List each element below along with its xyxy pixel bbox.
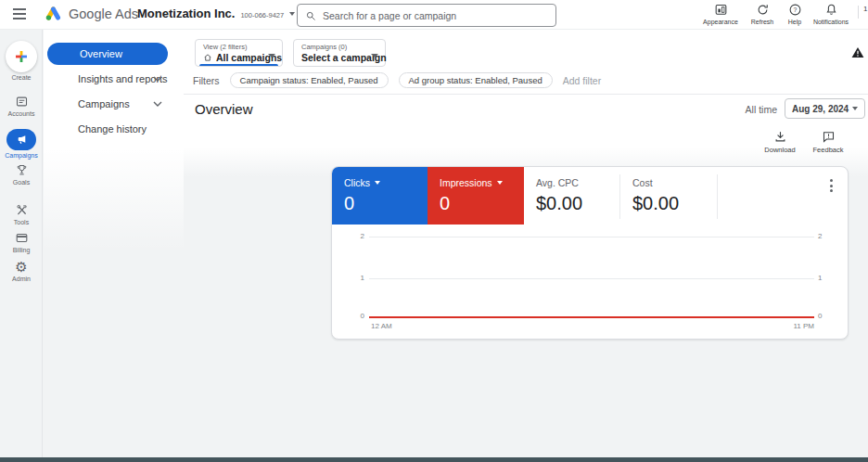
date-range-label: All time xyxy=(723,104,777,115)
chevron-down-icon[interactable] xyxy=(153,101,162,107)
goals-trophy-icon xyxy=(15,163,29,177)
rail-item-tools[interactable]: Tools xyxy=(0,203,43,225)
account-switcher[interactable]: Monetization Inc. 100-066-9427 xyxy=(137,6,295,20)
rail-admin-label: Admin xyxy=(0,276,43,282)
filters-label: Filters xyxy=(193,75,220,86)
x-axis-tick-start: 12 AM xyxy=(371,322,392,330)
filter-chip-adgroup-status[interactable]: Ad group status: Enabled, Paused xyxy=(399,72,553,88)
feedback-button[interactable]: Feedback xyxy=(805,130,851,154)
search-input[interactable] xyxy=(323,10,548,21)
search-icon xyxy=(305,10,316,21)
y-axis-tick: 2 xyxy=(351,232,364,240)
header-divider xyxy=(184,94,868,95)
kebab-menu-icon[interactable] xyxy=(826,179,836,194)
rail-item-accounts[interactable]: Accounts xyxy=(0,95,43,117)
appearance-button[interactable]: Appearance xyxy=(700,3,741,25)
help-button[interactable]: ? Help xyxy=(774,3,815,25)
campaigns-megaphone-icon xyxy=(6,129,36,150)
google-ads-app: Google Ads Monetization Inc. 100-066-942… xyxy=(0,0,868,462)
nav-item-change-history[interactable]: Change history xyxy=(78,123,180,138)
nav-item-campaigns[interactable]: Campaigns xyxy=(78,98,180,113)
filters-row: Filters Campaign status: Enabled, Paused… xyxy=(193,72,601,88)
avg-cpc-label: Avg. CPC xyxy=(536,177,579,188)
gridline xyxy=(369,237,814,237)
nav-item-overview[interactable]: Overview xyxy=(47,43,168,65)
campaign-selector-label: Campaigns (0) xyxy=(301,43,347,51)
date-range-selector[interactable]: Aug 29, 2024 xyxy=(785,98,865,119)
rail-item-billing[interactable]: Billing xyxy=(0,231,43,253)
rail-item-campaigns[interactable]: Campaigns xyxy=(0,129,43,159)
window-bottom-edge xyxy=(0,457,868,462)
chevron-down-icon xyxy=(371,54,378,58)
y-axis-tick: 1 xyxy=(818,274,832,282)
notifications-label: Notifications xyxy=(811,19,851,25)
google-ads-logo-icon xyxy=(43,5,63,22)
notifications-bell-icon xyxy=(811,3,851,17)
y-axis-tick: 0 xyxy=(351,312,364,320)
product-name: Google Ads xyxy=(69,6,138,21)
top-bar: Google Ads Monetization Inc. 100-066-942… xyxy=(0,0,868,30)
tile-divider xyxy=(717,174,718,219)
download-label: Download xyxy=(757,146,803,154)
impressions-label: Impressions xyxy=(440,177,492,188)
clipped-edge-text: 1 xyxy=(863,5,867,13)
chevron-down-icon xyxy=(289,12,295,16)
metric-tile-impressions[interactable]: Impressions 0 xyxy=(428,167,524,225)
metric-tile-clicks[interactable]: Clicks 0 xyxy=(332,167,428,225)
y-axis-tick: 2 xyxy=(818,232,832,240)
account-name: Monetization Inc. xyxy=(137,6,235,20)
download-icon xyxy=(773,130,787,144)
y-axis-tick: 1 xyxy=(351,274,364,282)
metric-tile-avg-cpc[interactable]: Avg. CPC $0.00 xyxy=(524,167,620,225)
global-search[interactable] xyxy=(297,4,556,27)
topbar-divider xyxy=(858,6,859,19)
feedback-icon xyxy=(822,130,836,144)
rail-item-admin[interactable]: ⚙ Admin xyxy=(0,261,43,282)
billing-card-icon xyxy=(15,231,29,245)
rail-accounts-label: Accounts xyxy=(0,110,43,117)
alert-icon[interactable] xyxy=(851,46,864,58)
svg-text:?: ? xyxy=(793,6,797,13)
avg-cpc-value: $0.00 xyxy=(536,193,582,214)
help-label: Help xyxy=(774,19,815,25)
chevron-down-icon xyxy=(497,181,503,185)
admin-gear-icon: ⚙ xyxy=(0,261,43,274)
x-axis-tick-end: 11 PM xyxy=(768,322,814,330)
feedback-label: Feedback xyxy=(805,146,851,154)
appearance-icon xyxy=(700,3,741,17)
accounts-icon xyxy=(15,95,29,109)
nav-overview-label: Overview xyxy=(80,48,122,59)
rail-tools-label: Tools xyxy=(0,219,43,225)
add-filter-button[interactable]: Add filter xyxy=(563,75,601,86)
rail-item-create[interactable]: Create xyxy=(0,41,43,81)
view-selector-label: View (2 filters) xyxy=(203,43,247,51)
cost-label: Cost xyxy=(632,177,653,188)
home-icon xyxy=(203,53,212,62)
overview-scorecard: Clicks 0 Impressions 0 Avg. CPC $0.00 Co… xyxy=(331,166,849,340)
nav-item-insights[interactable]: Insights and reports xyxy=(78,73,180,88)
metric-tile-cost[interactable]: Cost $0.00 xyxy=(620,167,717,225)
date-range-value: Aug 29, 2024 xyxy=(792,104,849,114)
cost-value: $0.00 xyxy=(632,193,679,214)
notifications-button[interactable]: Notifications xyxy=(811,3,851,25)
chevron-down-icon xyxy=(375,181,380,185)
download-button[interactable]: Download xyxy=(757,130,803,154)
tools-icon xyxy=(15,203,29,217)
appearance-label: Appearance xyxy=(700,19,741,25)
rail-create-label: Create xyxy=(0,74,43,81)
gridline xyxy=(369,278,814,279)
chevron-down-icon xyxy=(852,107,858,110)
view-selector[interactable]: View (2 filters) All campaigns xyxy=(195,39,283,67)
rail-campaigns-label: Campaigns xyxy=(0,152,43,159)
impressions-value: 0 xyxy=(440,193,450,214)
rail-billing-label: Billing xyxy=(0,247,43,253)
flat-zero-series-line xyxy=(369,316,814,318)
rail-item-goals[interactable]: Goals xyxy=(0,163,43,186)
chevron-down-icon[interactable] xyxy=(153,76,162,82)
filter-chip-campaign-status[interactable]: Campaign status: Enabled, Paused xyxy=(230,72,389,88)
campaign-selector[interactable]: Campaigns (0) Select a campaign xyxy=(293,39,386,67)
y-axis-tick: 0 xyxy=(818,312,832,320)
hamburger-menu-icon[interactable] xyxy=(13,8,26,19)
clicks-value: 0 xyxy=(344,193,354,214)
page-title: Overview xyxy=(195,101,253,117)
